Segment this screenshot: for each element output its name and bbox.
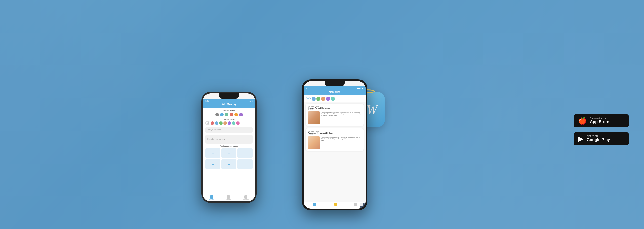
- theme-dot-2[interactable]: [220, 113, 224, 116]
- memory-card-2-info: For: Martin Smith Thank you for a great …: [308, 130, 333, 135]
- memory-2-title: Thank you for a great Birthday: [308, 132, 333, 134]
- status-icons-left: ● ● ▮: [249, 100, 253, 102]
- plus-icon-4: +: [212, 162, 214, 166]
- memory-2-date: 12/10/2020: [308, 134, 333, 135]
- phone-notch-right: [325, 81, 345, 86]
- status-bar-left: 9:41 ● ● ▮: [205, 100, 253, 102]
- image-slot-6[interactable]: [237, 159, 253, 169]
- bottom-nav-right: Memories Add •••: [304, 202, 366, 209]
- memories-header: 9:41 ▮▮▮ ● ▮ Memories: [304, 86, 366, 95]
- memory-1-title: Another Perfect Christmas: [308, 107, 330, 109]
- memory-card-1-header: For: Martin Smith Another Perfect Christ…: [308, 106, 361, 110]
- add-memory-header: 9:41 ● ● ▮ Add Memory: [203, 99, 255, 108]
- memory-card-2-header: For: Martin Smith Thank you for a great …: [308, 130, 361, 135]
- bottom-nav-left: Memories Timeline Dimensions: [203, 194, 255, 201]
- memory-card-2[interactable]: For: Martin Smith Thank you for a great …: [306, 128, 364, 151]
- add-images-label: Add images and videos: [205, 145, 253, 147]
- avatar-4: [223, 121, 227, 125]
- phone-left: 9:41 ● ● ▮ Add Memory Select a theme: [201, 92, 257, 203]
- nav-right-more[interactable]: •••: [354, 203, 357, 208]
- apple-icon: 🍎: [578, 117, 587, 125]
- filter-avatars: [312, 97, 335, 101]
- avatar-7: [236, 121, 240, 125]
- memory-card-1-content: This Christmas was super fun and special…: [308, 111, 361, 124]
- theme-dot-6[interactable]: [239, 113, 243, 116]
- nav-memories-icon: [210, 195, 213, 199]
- image-slot-1[interactable]: +: [205, 148, 220, 158]
- google-play-text: GET IT ON Google Play: [587, 135, 610, 142]
- avatar-3: [219, 121, 223, 125]
- phone-left-screen: 9:41 ● ● ▮ Add Memory Select a theme: [203, 93, 255, 201]
- nav-dimensions[interactable]: Dimensions: [243, 195, 249, 200]
- status-bar-right: 9:41 ▮▮▮ ● ▮: [306, 88, 363, 90]
- memory-1-text: This Christmas was super fun and special…: [321, 111, 361, 124]
- nav-right-more-label: •••: [355, 206, 356, 208]
- phone-right: 9:41 ▮▮▮ ● ▮ Memories All: [302, 79, 367, 210]
- memory-card-2-content: This year you surprised me with a party.…: [308, 136, 361, 149]
- memory-2-image: [308, 136, 320, 149]
- app-store-button[interactable]: 🍎 Download on the App Store: [574, 114, 629, 127]
- google-play-icon: ▶: [578, 135, 584, 143]
- memories-filter: All: [304, 95, 366, 102]
- images-grid: + + + +: [205, 148, 253, 169]
- nav-memories-label: Memories: [209, 199, 214, 200]
- memory-card-1-info: For: Martin Smith Another Perfect Christ…: [308, 106, 330, 110]
- profile-avatars: [211, 121, 240, 125]
- filter-avatar-2[interactable]: [316, 97, 320, 101]
- memory-1-dots[interactable]: •••: [359, 106, 361, 108]
- app-store-subtitle: Download on the: [590, 117, 609, 119]
- all-select[interactable]: All: [205, 121, 210, 125]
- nav-right-more-icon: [354, 203, 357, 206]
- describe-placeholder: Describe your memory: [207, 138, 225, 140]
- phone-right-screen: 9:41 ▮▮▮ ● ▮ Memories All: [304, 81, 366, 209]
- avatar-2: [215, 121, 218, 125]
- filter-avatar-5[interactable]: [331, 97, 335, 101]
- memory-2-dots[interactable]: •••: [359, 130, 361, 133]
- add-memory-screen: 9:41 ● ● ▮ Add Memory Select a theme: [203, 99, 255, 201]
- theme-dot-3[interactable]: [225, 113, 228, 116]
- filter-avatar-4[interactable]: [326, 97, 330, 101]
- memories-screen: 9:41 ▮▮▮ ● ▮ Memories All: [304, 86, 366, 209]
- describe-input[interactable]: Describe your memory: [205, 135, 253, 144]
- plus-icon-5: +: [228, 162, 230, 166]
- memories-title: Memories: [306, 91, 363, 93]
- nav-dimensions-icon: [244, 195, 247, 199]
- nav-right-timeline[interactable]: Add: [334, 203, 337, 208]
- filter-all-btn[interactable]: All: [306, 97, 311, 100]
- image-slot-3[interactable]: [237, 148, 253, 158]
- image-slot-2[interactable]: +: [221, 148, 236, 158]
- memory-1-image: [308, 111, 320, 124]
- memory-1-date: 25/12/2020: [308, 109, 330, 110]
- profile-row: All: [205, 121, 253, 125]
- phones-section: 9:41 ● ● ▮ Add Memory Select a theme: [209, 11, 360, 218]
- title-input[interactable]: Title your memory: [205, 127, 253, 133]
- nav-right-memories-label: Memories: [312, 206, 317, 208]
- filter-avatar-3[interactable]: [321, 97, 325, 101]
- google-play-button[interactable]: ▶ GET IT ON Google Play: [574, 132, 629, 145]
- image-slot-4[interactable]: +: [205, 159, 220, 169]
- nav-right-memories[interactable]: Memories: [312, 203, 317, 208]
- add-memory-title: Add Memory: [205, 103, 253, 106]
- add-memory-body: Select a theme Select a profile: [203, 108, 255, 194]
- status-time-right: 9:41: [306, 88, 310, 90]
- theme-dot-5[interactable]: [234, 113, 238, 116]
- content-area: 9:41 ● ● ▮ Add Memory Select a theme: [0, 0, 644, 229]
- app-store-text: Download on the App Store: [590, 117, 609, 124]
- theme-dot-4[interactable]: [230, 113, 233, 116]
- memory-card-1[interactable]: For: Martin Smith Another Perfect Christ…: [306, 104, 364, 126]
- status-time-left: 9:41: [205, 100, 209, 102]
- image-slot-5[interactable]: +: [221, 159, 236, 169]
- google-play-title: Google Play: [587, 137, 610, 142]
- avatar-5: [228, 121, 231, 125]
- hero-section: 9:41 ● ● ▮ Add Memory Select a theme: [0, 0, 644, 229]
- theme-dot-1[interactable]: [215, 113, 219, 116]
- nav-memories[interactable]: Memories: [209, 195, 214, 200]
- nav-dimensions-label: Dimensions: [243, 199, 249, 200]
- store-buttons-section: 🍎 Download on the App Store ▶ GET IT ON …: [574, 114, 629, 145]
- title-placeholder: Title your memory: [207, 129, 221, 131]
- status-icons-right: ▮▮▮ ● ▮: [357, 88, 363, 90]
- nav-right-memories-icon: [313, 203, 316, 206]
- filter-avatar-1[interactable]: [312, 97, 316, 101]
- theme-dots: [205, 113, 253, 116]
- nav-timeline[interactable]: Timeline: [226, 195, 231, 200]
